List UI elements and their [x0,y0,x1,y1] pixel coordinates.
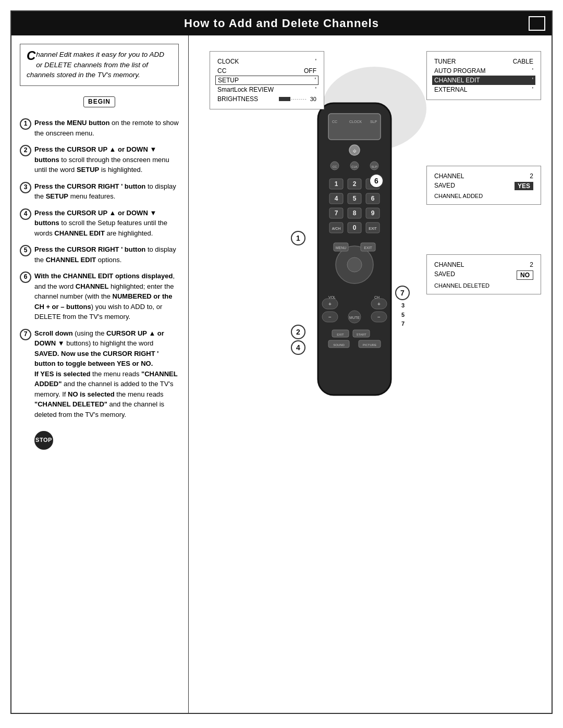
svg-text:7: 7 [335,209,338,217]
clock-value: ' [315,58,316,65]
channeledit-row: CHANNEL EDIT ' [432,76,535,85]
brightness-bar: ········ 30 [279,96,316,102]
channel-deleted-status: CHANNEL DELETED [434,282,533,289]
channel-deleted-value: 2 [530,261,533,268]
svg-text:EXIT: EXIT [364,246,372,250]
step-text-1: Press the MENU button on the remote to s… [34,118,179,138]
svg-text:8: 8 [353,209,357,217]
step-1: 1 Press the MENU button on the remote to… [20,118,179,138]
step-circle-4: 4 [20,208,31,220]
channel-added-label: CHANNEL [434,172,464,180]
step-7: 7 Scroll down (using the CURSOR UP ▲ or … [20,328,179,420]
channel-deleted-screen: CHANNEL 2 SAVED NO CHANNEL DELETED [426,254,541,294]
tv-screen-1: CLOCK ' CC OFF SETUP ' SmartLock REVIEW … [210,51,324,109]
svg-text:START: START [356,333,366,336]
svg-text:+: + [377,301,381,307]
svg-text:MUTE: MUTE [349,316,360,319]
svg-text:−: − [377,314,381,320]
svg-text:⏻: ⏻ [353,149,357,153]
svg-rect-1 [328,114,381,140]
step-text-2: Press the CURSOR UP ▲ or DOWN ▼ buttons … [34,144,179,175]
step-6: 6 With the CHANNEL EDIT options displaye… [20,271,179,322]
svg-text:5: 5 [353,195,357,202]
overlay-357: 357 [401,301,405,329]
brightness-value: 30 [310,96,316,102]
saved-deleted-label: SAVED [434,270,455,280]
svg-text:CC: CC [332,120,337,124]
external-label: EXTERNAL [434,86,467,93]
brightness-label: BRIGHTNESS [217,95,258,103]
title-bar: How to Add and Delete Channels [11,11,552,35]
step-circle-3: 3 [20,182,31,193]
step-4: 4 Press the CURSOR UP ▲ or DOWN ▼ button… [20,208,179,239]
stop-badge: STOP [34,431,53,450]
external-value: ' [532,86,533,93]
corner-box [529,16,545,31]
setup-label: SETUP [218,77,239,84]
svg-text:2: 2 [353,180,357,188]
svg-text:EXIT: EXIT [369,227,377,230]
channeledit-label: CHANNEL EDIT [434,77,480,84]
brightness-filled [279,97,290,101]
cc-row: CC OFF [217,66,316,76]
smartlock-value: ' [315,86,316,93]
step-circle-1: 1 [20,118,31,130]
setup-row: SETUP ' [215,76,319,85]
svg-text:SLP: SLP [370,120,377,124]
channel-added-value: 2 [530,172,533,180]
autoprog-label: AUTO PROGRAM [434,67,485,75]
svg-text:CC: CC [333,165,337,168]
tuner-label: TUNER [434,58,456,65]
left-panel: C hannel Edit makes it easy for you to A… [11,35,189,713]
external-row: EXTERNAL ' [434,85,533,94]
step-text-7: Scroll down (using the CURSOR UP ▲ or DO… [34,328,179,420]
svg-text:+: + [328,301,332,307]
yes-badge: YES [515,182,533,190]
no-badge: NO [517,270,533,280]
svg-text:1: 1 [335,180,338,188]
svg-text:SOUND: SOUND [333,343,345,347]
step-circle-6: 6 [20,272,31,283]
step-circle-7: 7 [20,329,31,340]
step-text-6: With the CHANNEL EDIT options displayed,… [34,271,179,322]
tuner-row: TUNER CABLE [434,57,533,66]
intro-box: C hannel Edit makes it easy for you to A… [20,44,179,86]
channel-added-ch-row: CHANNEL 2 [434,171,533,181]
step-circle-5: 5 [20,245,31,256]
svg-text:EXIT: EXIT [337,333,344,336]
drop-cap: C [27,50,35,62]
autoprog-row: AUTO PROGRAM ' [434,66,533,76]
overlay-6: 6 [369,174,384,188]
step-text-4: Press the CURSOR UP ▲ or DOWN ▼ buttons … [34,208,179,239]
svg-text:−: − [328,314,332,320]
svg-text:0: 0 [353,224,357,231]
svg-text:6: 6 [371,195,375,202]
channel-added-status: CHANNEL ADDED [434,193,533,199]
channeledit-value: ' [532,77,533,84]
svg-point-38 [347,257,362,272]
intro-text: hannel Edit makes it easy for you to ADD… [27,51,164,79]
step-text-3: Press the CURSOR RIGHT ' button to displ… [34,181,179,202]
svg-text:CLK: CLK [351,165,358,168]
saved-added-label: SAVED [434,182,455,190]
overlay-7: 7 [395,286,410,300]
step-text-5: Press the CURSOR RIGHT ' button to displ… [34,244,179,265]
svg-text:4: 4 [335,195,338,202]
smartlock-row: SmartLock REVIEW ' [217,85,316,94]
channel-added-saved-row: SAVED YES [434,181,533,191]
channel-deleted-saved-row: SAVED NO [434,269,533,281]
svg-text:SLP: SLP [371,165,377,168]
step-circle-2: 2 [20,145,31,156]
cc-label: CC [217,67,226,75]
clock-row: CLOCK ' [217,57,316,66]
page-title: How to Add and Delete Channels [184,17,379,30]
svg-text:PICTURE: PICTURE [363,343,376,347]
brightness-dots: ········ [291,96,307,102]
remote-illustration: CC CLOCK SLP ⏻ CC CLK SLP 1 [276,98,433,423]
right-panel: CLOCK ' CC OFF SETUP ' SmartLock REVIEW … [189,35,552,713]
channel-added-screen: CHANNEL 2 SAVED YES CHANNEL ADDED [426,166,541,205]
svg-text:MENU: MENU [336,246,347,250]
overlay-4: 4 [291,340,305,355]
svg-text:9: 9 [371,209,375,217]
svg-text:CLOCK: CLOCK [349,120,362,124]
